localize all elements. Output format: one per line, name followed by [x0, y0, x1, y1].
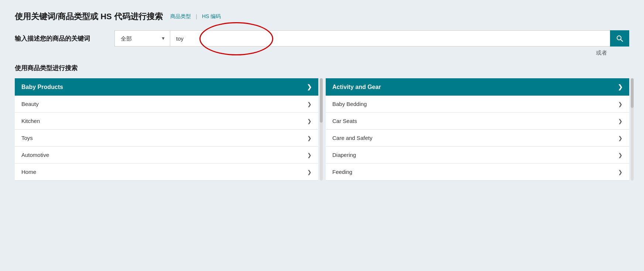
- right-category-column: Activity and Gear ❯ Baby Bedding ❯ Car S…: [326, 78, 629, 181]
- list-item[interactable]: Care and Safety ❯: [326, 130, 629, 147]
- header-divider: ｜: [194, 13, 199, 20]
- search-button[interactable]: [610, 30, 629, 47]
- or-text: 或者: [15, 49, 629, 56]
- left-column-header[interactable]: Baby Products ❯: [15, 78, 318, 96]
- category-dropdown[interactable]: 全部 商品类型 HS 编码: [114, 30, 170, 47]
- right-column-header[interactable]: Activity and Gear ❯: [326, 78, 629, 96]
- item-chevron: ❯: [307, 152, 312, 158]
- item-chevron: ❯: [307, 101, 312, 107]
- page-title: 使用关键词/商品类型或 HS 代码进行搜索: [15, 11, 163, 22]
- item-label: Feeding: [332, 169, 352, 175]
- list-item[interactable]: Beauty ❯: [15, 96, 318, 113]
- section-title: 使用商品类型进行搜索: [15, 64, 629, 72]
- item-label: Care and Safety: [332, 135, 372, 141]
- categories-wrapper: Baby Products ❯ Beauty ❯ Kitchen ❯ Toys …: [15, 78, 629, 181]
- item-chevron: ❯: [618, 118, 623, 124]
- list-item[interactable]: Feeding ❯: [326, 164, 629, 181]
- list-item[interactable]: Home ❯: [15, 164, 318, 181]
- item-label: Home: [21, 169, 36, 175]
- item-label: Kitchen: [21, 118, 40, 124]
- left-column-header-label: Baby Products: [21, 84, 63, 90]
- search-label: 输入描述您的商品的关键词: [15, 34, 111, 43]
- product-type-link[interactable]: 商品类型: [170, 13, 191, 20]
- item-label: Car Seats: [332, 118, 357, 124]
- list-item[interactable]: Automotive ❯: [15, 147, 318, 164]
- right-column-header-chevron: ❯: [618, 83, 623, 90]
- search-input[interactable]: [170, 30, 610, 47]
- list-item[interactable]: Car Seats ❯: [326, 113, 629, 130]
- list-item[interactable]: Diapering ❯: [326, 147, 629, 164]
- list-item[interactable]: Kitchen ❯: [15, 113, 318, 130]
- left-category-column: Baby Products ❯ Beauty ❯ Kitchen ❯ Toys …: [15, 78, 318, 181]
- item-chevron: ❯: [307, 135, 312, 141]
- item-chevron: ❯: [307, 169, 312, 175]
- item-chevron: ❯: [307, 118, 312, 124]
- right-column-header-label: Activity and Gear: [332, 84, 381, 90]
- item-chevron: ❯: [618, 135, 623, 141]
- item-chevron: ❯: [618, 152, 623, 158]
- list-item[interactable]: Toys ❯: [15, 130, 318, 147]
- list-item[interactable]: Baby Bedding ❯: [326, 96, 629, 113]
- item-label: Diapering: [332, 152, 356, 158]
- search-icon: [616, 35, 623, 42]
- item-label: Beauty: [21, 101, 39, 107]
- item-label: Baby Bedding: [332, 101, 367, 107]
- item-chevron: ❯: [618, 101, 623, 107]
- left-scrollbar-thumb[interactable]: [320, 78, 323, 123]
- svg-line-1: [621, 40, 623, 42]
- left-column-header-chevron: ❯: [307, 83, 312, 90]
- item-label: Automotive: [21, 152, 49, 158]
- item-label: Toys: [21, 135, 33, 141]
- category-dropdown-wrapper: 全部 商品类型 HS 编码 ▼: [114, 30, 170, 47]
- page-header: 使用关键词/商品类型或 HS 代码进行搜索 商品类型 ｜ HS 编码: [15, 11, 629, 22]
- item-chevron: ❯: [618, 169, 623, 175]
- header-links: 商品类型 ｜ HS 编码: [170, 13, 221, 20]
- hs-code-link[interactable]: HS 编码: [202, 13, 221, 20]
- right-scrollbar-thumb[interactable]: [631, 78, 634, 108]
